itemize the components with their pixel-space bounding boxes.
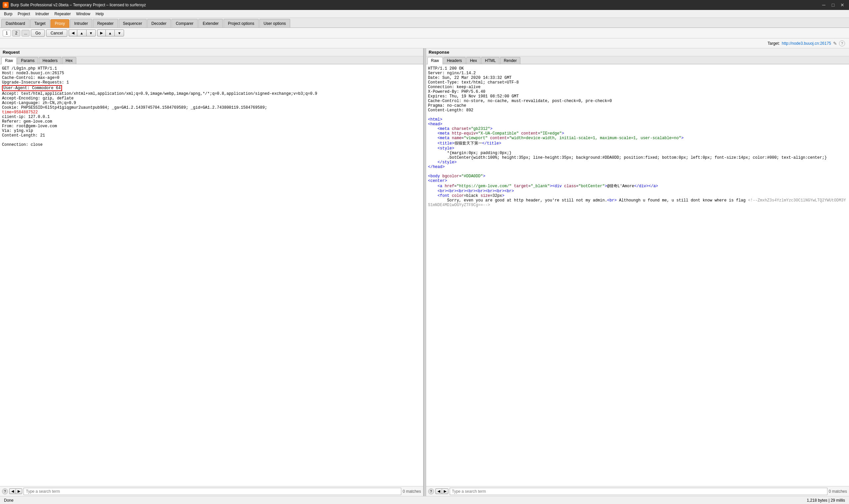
response-match-count: 0 matches <box>829 489 847 494</box>
menu-window[interactable]: Window <box>73 10 93 18</box>
response-tab-render[interactable]: Render <box>500 57 520 64</box>
request-tab-headers[interactable]: Headers <box>39 57 61 64</box>
request-body: GET /L0g1n.php HTTP/1.1 Host: node3.buuo… <box>0 64 423 486</box>
response-tab-raw[interactable]: Raw <box>428 57 443 64</box>
request-search-input[interactable] <box>23 488 401 495</box>
menu-burp[interactable]: Burp <box>1 10 15 18</box>
statusbar: Done 1,218 bytes | 29 millis <box>0 496 849 504</box>
request-tab-hex[interactable]: Hex <box>62 57 76 64</box>
titlebar: B Burp Suite Professional v2.0beta – Tem… <box>0 0 849 10</box>
request-tab-params[interactable]: Params <box>17 57 38 64</box>
proxy-tab-2[interactable]: 2 <box>12 30 20 36</box>
response-search-next[interactable]: ▶ <box>442 488 448 494</box>
response-panel: Response Raw Headers Hex HTML Render HTT… <box>426 48 849 496</box>
proxy-toolbar: 1 2 ... Go Cancel ◀ ▲ ▼ ▶ ▲ ▼ <box>0 28 849 38</box>
request-search-help[interactable]: ? <box>2 488 8 494</box>
go-button[interactable]: Go <box>31 30 45 37</box>
tab-repeater[interactable]: Repeater <box>93 19 118 28</box>
request-search-prev[interactable]: ◀ <box>9 488 16 494</box>
request-match-count: 0 matches <box>403 489 421 494</box>
cancel-button[interactable]: Cancel <box>46 30 67 37</box>
response-panel-header: Response <box>426 48 849 56</box>
response-sub-tabs: Raw Headers Hex HTML Render <box>426 56 849 64</box>
proxy-tab-1[interactable]: 1 <box>3 30 11 36</box>
request-search-nav: ◀ ▶ <box>9 488 22 494</box>
tab-decoder[interactable]: Decoder <box>147 19 171 28</box>
menu-help[interactable]: Help <box>93 10 106 18</box>
nav-next-up-button[interactable]: ▲ <box>105 30 115 36</box>
close-button[interactable]: ✕ <box>838 1 846 9</box>
nav-next-group: ▶ ▲ ▼ <box>97 30 124 36</box>
response-tab-hex[interactable]: Hex <box>466 57 481 64</box>
app-logo: B <box>3 2 8 8</box>
minimize-button[interactable]: ─ <box>820 1 828 9</box>
tab-project-options[interactable]: Project options <box>224 19 258 28</box>
tab-proxy[interactable]: Proxy <box>50 19 69 28</box>
response-search-nav: ◀ ▶ <box>435 488 448 494</box>
menu-intruder[interactable]: Intruder <box>33 10 52 18</box>
response-tab-headers[interactable]: Headers <box>444 57 466 64</box>
tab-extender[interactable]: Extender <box>198 19 223 28</box>
nav-prev-group: ◀ ▲ ▼ <box>69 30 96 36</box>
app-title: B Burp Suite Professional v2.0beta – Tem… <box>3 2 146 8</box>
nav-next-down-button[interactable]: ▼ <box>115 30 124 36</box>
response-tab-html[interactable]: HTML <box>481 57 500 64</box>
status-info: 1,218 bytes | 29 millis <box>807 498 845 503</box>
request-tab-raw[interactable]: Raw <box>1 57 17 64</box>
tab-dashboard[interactable]: Dashboard <box>1 19 30 28</box>
tab-user-options[interactable]: User options <box>259 19 290 28</box>
request-sub-tabs: Raw Params Headers Hex <box>0 56 423 64</box>
nav-next-button[interactable]: ▶ <box>97 30 105 36</box>
target-label: Target: <box>768 41 780 46</box>
response-search-help[interactable]: ? <box>428 488 434 494</box>
target-url: http://node3.buuoj.cn:26175 <box>782 41 831 46</box>
panel-divider[interactable] <box>423 48 426 496</box>
status-text: Done <box>4 498 14 503</box>
menubar: Burp Project Intruder Repeater Window He… <box>0 10 849 18</box>
nav-up-button[interactable]: ▲ <box>77 30 86 36</box>
target-bar: Target: http://node3.buuoj.cn:26175 ✎ ? <box>0 38 849 48</box>
request-search-bar: ? ◀ ▶ 0 matches <box>0 486 423 496</box>
tab-sequencer[interactable]: Sequencer <box>119 19 146 28</box>
edit-target-icon[interactable]: ✎ <box>833 41 837 46</box>
response-search-prev[interactable]: ◀ <box>435 488 442 494</box>
request-search-next[interactable]: ▶ <box>16 488 22 494</box>
proxy-tab-more[interactable]: ... <box>21 30 30 36</box>
tab-target[interactable]: Target <box>30 19 50 28</box>
nav-down-button[interactable]: ▼ <box>86 30 96 36</box>
nav-prev-button[interactable]: ◀ <box>69 30 77 36</box>
maximize-button[interactable]: □ <box>829 1 837 9</box>
content-area: Request Raw Params Headers Hex GET /L0g1… <box>0 48 849 496</box>
response-search-bar: ? ◀ ▶ 0 matches <box>426 486 849 496</box>
tab-intruder[interactable]: Intruder <box>70 19 92 28</box>
help-target-icon[interactable]: ? <box>839 40 845 47</box>
response-body: HTTP/1.1 200 OK Server: nginx/1.14.2 Dat… <box>426 64 849 486</box>
menu-repeater[interactable]: Repeater <box>52 10 73 18</box>
request-panel: Request Raw Params Headers Hex GET /L0g1… <box>0 48 423 496</box>
main-tab-bar: Dashboard Target Proxy Intruder Repeater… <box>0 18 849 28</box>
menu-project[interactable]: Project <box>15 10 33 18</box>
window-controls: ─ □ ✕ <box>820 1 846 9</box>
response-search-input[interactable] <box>450 488 828 495</box>
request-panel-header: Request <box>0 48 423 56</box>
tab-comparer[interactable]: Comparer <box>171 19 198 28</box>
